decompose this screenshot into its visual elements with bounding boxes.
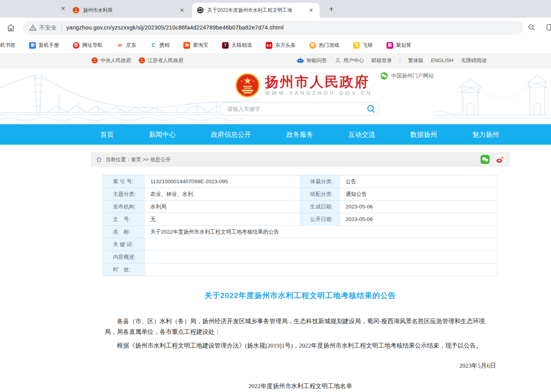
worksite-list-heading: 2022年度扬州市水利工程文明工地名单 <box>105 382 496 390</box>
bookmarks-bar: 机书签 册新机手册 导网址导航 JD京东 C携程 淘爱淘宝 T天猫精选 东方东方… <box>0 37 551 53</box>
bookmark-mobile[interactable]: 机书签 <box>0 42 15 49</box>
meta-row: 发布机构: 水利局 生成日期: 2023-05-06 <box>103 201 497 213</box>
edge-partial-icon[interactable] <box>546 23 551 31</box>
site-url-text: WWW.YANGZHOU.GOV.CN <box>265 90 373 96</box>
traditional-chinese-link[interactable]: 繁体版 <box>408 57 423 64</box>
site-logo[interactable]: 扬州市人民政府 WWW.YANGZHOU.GOV.CN <box>235 73 373 98</box>
gov-bar-divider: | <box>399 57 401 63</box>
page-content: 当前位置：首页 >> 信息公开 索 引 号: 11321000014407098… <box>91 152 510 390</box>
breadcrumb-text: 当前位置：首页 >> 信息公开 <box>105 156 170 163</box>
bookmark-juhuasuan[interactable]: 聚聚划算 <box>386 42 411 49</box>
browser-tab-strip: ✕ 扬州市水利局 ✕ 关于2022年度扬州市水利工程文明工地 ✕ + <box>0 0 551 18</box>
gov-top-bar: 中央人民政府 江苏省人民政府 智能问答 用户中心 邮箱登录 | 繁体版 ENGL… <box>0 53 551 68</box>
search-button[interactable] <box>366 104 376 114</box>
url-text: yangzhou.gov.cn/yzszxxgk/slj/202305/210c… <box>67 24 284 31</box>
article-paragraph: 各县（市、区）水利（务）局，扬州经济开发区城乡事务管理局，生态科技新城规划建设局… <box>105 316 496 337</box>
article-title: 关于2022年度扬州市水利工程文明工地考核结果的公告 <box>105 291 496 301</box>
bookmark-ctrip[interactable]: C携程 <box>150 42 170 49</box>
tab-title: 关于2022年度扬州市水利工程文明工地 <box>207 7 303 14</box>
portal-link[interactable]: 中国扬州门户网站 <box>380 72 434 80</box>
meta-row: 时 效: <box>103 263 497 276</box>
east-toutiao-favicon: 东方 <box>266 42 272 49</box>
nav-home[interactable]: 首页 <box>100 130 114 139</box>
hot-games-favicon: 游 <box>309 42 316 49</box>
bookmark-east-toutiao[interactable]: 东方东方头条 <box>266 42 296 49</box>
site-header: 扬州市人民政府 WWW.YANGZHOU.GOV.CN 中国扬州门户网站 <box>0 68 551 124</box>
gov-emblem-favicon <box>72 7 80 14</box>
link-central-gov[interactable]: 中央人民政府 <box>91 57 131 64</box>
bookmark-manual[interactable]: 册新机手册 <box>29 42 59 49</box>
search-input[interactable] <box>226 105 366 112</box>
meta-row: 名 称: 关于2022年度扬州市水利工程文明工地考核结果的公告 <box>103 226 497 238</box>
article-paragraph: 根据《扬州市水利工程文明工地建设管理办法》(扬水规[2019]1号)，2022年… <box>105 340 496 351</box>
link-jiangsu-gov[interactable]: 江苏省人民政府 <box>139 57 183 64</box>
home-icon <box>96 156 102 162</box>
nav-charming-yangzhou[interactable]: 魅力扬州 <box>472 130 499 139</box>
emblem-icon <box>91 57 98 64</box>
breadcrumb: 当前位置：首页 >> 信息公开 <box>91 152 510 167</box>
announcement-page-favicon <box>197 7 204 14</box>
home-button[interactable] <box>4 21 17 34</box>
meta-row: 索 引 号: 11321000014407098E-2023-095 体裁分类:… <box>103 175 497 188</box>
taobao-favicon: 淘 <box>183 42 190 49</box>
wechat-share-icon[interactable] <box>481 155 490 164</box>
zoom-out-icon[interactable] <box>527 23 536 31</box>
smart-qa-link[interactable]: 智能问答 <box>296 57 327 64</box>
tab-title: 扬州市水利局 <box>83 7 174 14</box>
url-nav-favicon: 导 <box>73 42 80 49</box>
bookmark-tmall[interactable]: T天猫精选 <box>222 42 252 49</box>
meta-row: 文 号: 无 公开日期: 2023-05-06 <box>103 213 497 226</box>
new-tab-button[interactable]: + <box>326 4 337 15</box>
weibo-share-icon[interactable] <box>496 155 505 164</box>
nav-gov-services[interactable]: 政务服务 <box>287 130 313 139</box>
nav-data-yangzhou[interactable]: 数据扬州 <box>410 130 437 139</box>
site-title: 扬州市人民政府 <box>265 75 373 88</box>
article-date: 2023年5月6日 <box>105 362 496 370</box>
bookmark-hot-games[interactable]: 游热门游戏 <box>309 42 339 49</box>
main-navigation: 首页 新闻中心 政府信息公开 政务服务 互动交流 数据扬州 魅力扬州 <box>0 124 551 145</box>
manual-favicon: 册 <box>29 42 36 49</box>
bookmark-url-nav[interactable]: 导网址导航 <box>73 42 103 49</box>
security-label: 不安全 <box>39 24 57 31</box>
tab-close-icon[interactable]: ✕ <box>178 7 186 14</box>
meta-row: 内容概述: <box>103 251 497 263</box>
bridge-line-art-right <box>433 69 551 124</box>
announcement-article: 关于2022年度扬州市水利工程文明工地考核结果的公告 各县（市、区）水利（务）局… <box>105 291 496 390</box>
bookmark-fliggy[interactable]: 飞飞猪 <box>353 42 373 49</box>
document-meta-table: 索 引 号: 11321000014407098E-2023-095 体裁分类:… <box>103 175 497 276</box>
address-bar[interactable]: 不安全 yangzhou.gov.cn/yzszxxgk/slj/202305/… <box>23 21 523 35</box>
browser-tab-announcement-active[interactable]: 关于2022年度扬州市水利工程文明工地 ✕ <box>192 3 320 18</box>
user-center-link[interactable]: 用户中心 <box>335 57 364 64</box>
browser-tab-slj[interactable]: 扬州市水利局 ✕ <box>68 3 190 18</box>
bridge-line-art-left <box>0 73 260 124</box>
omnibox-divider <box>61 24 62 31</box>
national-emblem-icon <box>235 73 260 98</box>
meta-row: 主题分类: 农业、林业、水利 组配分类: 通知公告 <box>103 188 497 201</box>
wechat-icon <box>380 72 388 80</box>
robot-icon <box>296 57 304 64</box>
tab-close-icon[interactable]: ✕ <box>58 4 68 13</box>
accessibility-link[interactable]: 无障碍阅读 <box>461 57 486 64</box>
jd-favicon: JD <box>116 42 123 49</box>
ctrip-favicon: C <box>150 42 157 49</box>
insecure-warning-icon <box>29 24 37 31</box>
nav-gov-info-disclosure[interactable]: 政府信息公开 <box>211 130 251 139</box>
nav-interaction[interactable]: 互动交流 <box>348 130 375 139</box>
juhuasuan-favicon: 聚 <box>386 42 393 49</box>
tab-close-icon[interactable]: ✕ <box>307 7 315 14</box>
mail-login-link[interactable]: 邮箱登录 <box>372 57 392 64</box>
bookmark-jd[interactable]: JD京东 <box>116 42 136 49</box>
english-link[interactable]: ENGLISH <box>431 57 453 63</box>
nav-news-center[interactable]: 新闻中心 <box>149 130 176 139</box>
fliggy-favicon: 飞 <box>353 42 360 49</box>
emblem-icon <box>139 57 145 64</box>
meta-row: 关 键 词: <box>103 238 497 251</box>
site-search <box>220 102 380 116</box>
user-icon <box>335 57 341 64</box>
tmall-favicon: T <box>222 42 229 49</box>
bookmark-taobao[interactable]: 淘爱淘宝 <box>183 42 208 49</box>
browser-toolbar: 不安全 yangzhou.gov.cn/yzszxxgk/slj/202305/… <box>0 18 551 37</box>
